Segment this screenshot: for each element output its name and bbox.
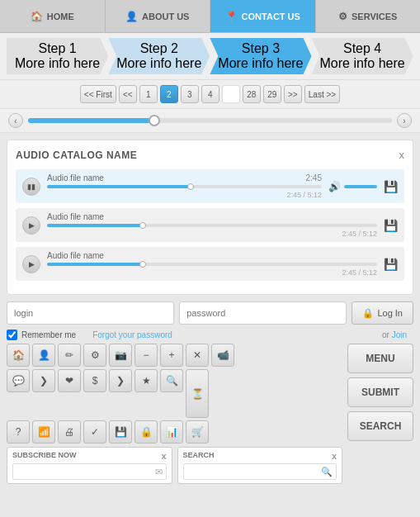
pg-2[interactable]: 2: [160, 85, 178, 103]
icon-grid-area: 🏠 👤 ✏ ⚙ 📷 − + ✕ 📹 💬 ❯ ❤ $ ❯ ★ 🔍 ⏳ ? 📶 🖨 …: [7, 344, 234, 443]
search-label: SEARCH: [183, 451, 215, 461]
icon-chat[interactable]: 💬: [7, 369, 30, 392]
save-icon-2[interactable]: 💾: [384, 219, 398, 232]
track-thumb-1[interactable]: [187, 183, 194, 190]
login-input[interactable]: [7, 301, 174, 325]
icon-heart[interactable]: ❤: [58, 369, 81, 392]
track-sub-time-2: 2:45 / 5:12: [47, 230, 377, 238]
icon-arrow-right[interactable]: ❯: [109, 369, 132, 392]
pg-28[interactable]: 28: [243, 85, 261, 103]
password-input[interactable]: [179, 301, 347, 325]
icon-camera[interactable]: 📷: [109, 344, 132, 367]
volume-icon-1[interactable]: 🔊: [328, 181, 341, 192]
track-play-button-3[interactable]: ▶: [22, 255, 40, 273]
icon-dollar[interactable]: $: [83, 369, 106, 392]
step-2[interactable]: Step 2 More info here: [108, 38, 210, 74]
user-icon: 👤: [125, 11, 138, 22]
track-name-1: Audio file name: [47, 173, 104, 183]
pg-3[interactable]: 3: [181, 85, 199, 103]
pg-1[interactable]: 1: [139, 85, 158, 103]
icon-question[interactable]: ?: [7, 420, 30, 443]
pg-empty: [222, 85, 240, 103]
search-button[interactable]: SEARCH: [347, 411, 413, 441]
track-info-1: Audio file name 2:45 2:45 / 5:12: [47, 173, 322, 199]
track-thumb-2[interactable]: [139, 222, 146, 229]
slider-left-arrow[interactable]: ‹: [8, 113, 23, 128]
vol-slider-1[interactable]: [344, 185, 377, 188]
forgot-password-link[interactable]: Forgot your password: [92, 330, 172, 339]
menu-button[interactable]: MENU: [347, 344, 413, 373]
nav-home[interactable]: 🏠 HOME: [0, 0, 106, 32]
remember-row: Remember me Forgot your password or Join: [7, 330, 413, 340]
catalog-title: AUDIO CATALOG NAME: [16, 149, 137, 161]
icon-user[interactable]: 👤: [32, 344, 55, 367]
icon-home[interactable]: 🏠: [7, 344, 30, 367]
icon-gear[interactable]: ⚙: [83, 344, 106, 367]
search-close[interactable]: x: [332, 451, 337, 461]
steps-bar: Step 1 More info here Step 2 More info h…: [0, 33, 420, 80]
track-info-3: Audio file name 2:45 / 5:12: [47, 251, 377, 277]
icon-print[interactable]: 🖨: [58, 420, 81, 443]
catalog-close-button[interactable]: x: [399, 149, 405, 161]
icon-row-1: 🏠 👤 ✏ ⚙ 📷 − + ✕ 📹: [7, 344, 234, 367]
icon-video[interactable]: 📹: [211, 344, 234, 367]
submit-button[interactable]: SUBMIT: [347, 377, 413, 407]
icon-area-wrapper: 🏠 👤 ✏ ⚙ 📷 − + ✕ 📹 💬 ❯ ❤ $ ❯ ★ 🔍 ⏳ ? 📶 🖨 …: [7, 344, 413, 443]
pg-4[interactable]: 4: [201, 85, 219, 103]
track-fill-3: [47, 263, 146, 266]
icon-chevron-down[interactable]: ❯: [32, 369, 55, 392]
icon-close[interactable]: ✕: [186, 344, 209, 367]
track-time-1: 2:45: [306, 173, 322, 183]
icon-plus[interactable]: +: [160, 344, 183, 367]
icon-chart[interactable]: 📊: [160, 420, 183, 443]
icon-save[interactable]: 💾: [109, 420, 132, 443]
save-icon-1[interactable]: 💾: [384, 180, 398, 193]
step-1[interactable]: Step 1 More info here: [7, 38, 108, 74]
track-fill-2: [47, 224, 146, 227]
track-pause-button-1[interactable]: ▮▮: [22, 178, 40, 196]
step-4[interactable]: Step 4 More info here: [312, 38, 413, 74]
icon-star[interactable]: ★: [134, 369, 158, 392]
nav-services[interactable]: ⚙ SERVICES: [316, 0, 421, 32]
nav-services-label: SERVICES: [352, 12, 397, 21]
subscribe-close[interactable]: x: [161, 451, 166, 461]
nav-contact[interactable]: 📍 CONTACT US: [210, 0, 316, 32]
subscribe-input[interactable]: [13, 467, 152, 477]
lock-icon: 🔒: [362, 308, 374, 319]
pg-next-next[interactable]: >>: [284, 85, 302, 103]
track-name-row-1: Audio file name 2:45: [47, 173, 322, 183]
track-progress-2[interactable]: [47, 224, 377, 227]
icon-hourglass[interactable]: ⏳: [186, 369, 209, 418]
icon-rss[interactable]: 📶: [32, 420, 55, 443]
remember-checkbox[interactable]: [7, 330, 17, 340]
icon-check[interactable]: ✓: [83, 420, 106, 443]
icon-search[interactable]: 🔍: [160, 369, 183, 392]
slider-right-arrow[interactable]: ›: [397, 113, 412, 128]
icon-lock[interactable]: 🔒: [134, 420, 158, 443]
icon-minus[interactable]: −: [134, 344, 158, 367]
save-icon-3[interactable]: 💾: [384, 258, 398, 271]
search-input[interactable]: [184, 467, 319, 477]
join-link[interactable]: Join: [392, 330, 407, 339]
subscribe-box: SUBSCRIBE NOW x ✉: [7, 447, 172, 484]
track-thumb-3[interactable]: [139, 261, 146, 268]
track-progress-3[interactable]: [47, 263, 377, 266]
track-progress-1[interactable]: [47, 185, 322, 188]
track-play-button-2[interactable]: ▶: [22, 216, 40, 235]
step-3[interactable]: Step 3 More info here: [210, 38, 311, 74]
pg-prev-prev[interactable]: <<: [119, 85, 137, 103]
pagination: << First << 1 2 3 4 28 29 >> Last >>: [0, 80, 420, 109]
pg-first[interactable]: << First: [80, 85, 116, 103]
slider-thumb[interactable]: [149, 115, 160, 126]
nav-about[interactable]: 👤 ABOUT US: [106, 0, 211, 32]
audio-track-3: ▶ Audio file name 2:45 / 5:12 💾: [16, 247, 404, 281]
track-name-row-2: Audio file name: [47, 212, 377, 221]
slider-track[interactable]: [28, 118, 392, 123]
pg-last[interactable]: Last >>: [304, 85, 340, 103]
or-join: or Join: [382, 330, 407, 339]
login-button[interactable]: 🔒 Log In: [352, 301, 413, 325]
icon-cart[interactable]: 🛒: [186, 420, 209, 443]
pg-29[interactable]: 29: [263, 85, 281, 103]
icon-edit[interactable]: ✏: [58, 344, 81, 367]
remember-label[interactable]: Remember me: [7, 330, 76, 340]
